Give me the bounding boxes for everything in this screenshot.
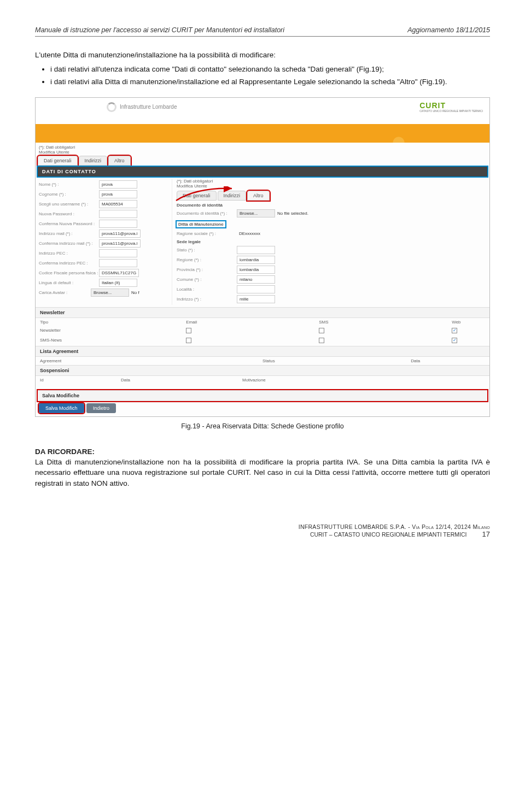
inner-tab-indirizzi[interactable]: Indirizzi <box>218 191 247 201</box>
input-localita[interactable] <box>237 285 275 293</box>
newsletter-row-1: Newsletter ✓ <box>36 326 489 336</box>
label-cognome: Cognome (*) : <box>39 192 99 197</box>
label-new-password: Nuova Password : <box>39 211 99 216</box>
banner-skyline <box>36 127 489 143</box>
save-button[interactable]: Salva Modifich <box>39 403 84 413</box>
checkbox-news-web[interactable]: ✓ <box>452 328 457 333</box>
avatar-file-text: No f <box>129 289 167 296</box>
label-regione: Regione (*) : <box>177 257 237 262</box>
outer-tabs: Dati generali Indirizzi Altro <box>36 155 489 167</box>
label-nome: Nome (*) : <box>39 182 99 187</box>
bullet-list: i dati relativi all'utenza indicata come… <box>50 64 490 87</box>
logo-right-sub: CATASTO UNICO REGIONALE IMPIANTI TERMICI <box>419 110 483 113</box>
right-column: (*): Dati obbligatori Modifica Utente Da… <box>172 179 486 305</box>
section-sospensioni: Sospensioni <box>36 365 489 376</box>
checkbox-smsnews-email[interactable] <box>186 338 191 343</box>
label-ragione-sociale: Ragione sociale (*) : <box>177 231 237 236</box>
tab-altro[interactable]: Altro <box>108 156 131 166</box>
section-salva-modifiche: Salva Modifiche <box>38 390 487 401</box>
input-pec[interactable] <box>99 249 137 257</box>
agreement-header: Agreement Status Data <box>36 357 489 365</box>
col-id: Id <box>40 378 121 383</box>
back-button[interactable]: Indietro <box>86 403 116 413</box>
panel-title-dati-contatto: DATI DI CONTATTO <box>38 167 487 176</box>
input-indirizzo[interactable]: mille <box>237 295 275 303</box>
tab-indirizzi[interactable]: Indirizzi <box>79 156 108 166</box>
inner-tabs: Dati generali Indirizzi Altro <box>177 191 486 201</box>
input-confirm-pec[interactable] <box>99 259 137 267</box>
checkbox-smsnews-sms[interactable] <box>319 338 324 343</box>
page-header: Manuale di istruzione per l'accesso ai s… <box>35 26 490 37</box>
input-mail[interactable]: prova111@prova.i <box>99 230 141 238</box>
row2-tipo: SMS-News <box>40 338 186 344</box>
label-cf: Codice Fiscale persona fisica : <box>39 270 99 275</box>
col-email: Email <box>186 320 319 325</box>
logo-left-text: Infrastrutture Lombarde <box>120 104 177 110</box>
input-new-password[interactable] <box>99 210 137 218</box>
header-left: Manuale di istruzione per l'accesso ai s… <box>35 26 284 34</box>
bullet-item: i dati relativi all'utenza indicata come… <box>50 64 490 75</box>
input-username[interactable]: MA005534 <box>99 200 137 208</box>
logo-infrastrutture: Infrastrutture Lombarde <box>107 102 177 112</box>
input-confirm-mail[interactable]: prova111@prova.i <box>99 239 141 248</box>
col-motivazione: Motivazione <box>242 378 485 383</box>
col-status: Status <box>262 358 411 363</box>
inner-tab-altro[interactable]: Altro <box>247 191 270 201</box>
da-ricordare-title: DA RICORDARE: <box>35 448 490 456</box>
label-lang: Lingua di default : <box>39 280 99 285</box>
section-newsletter: Newsletter <box>36 307 489 318</box>
input-cognome[interactable]: prova <box>99 190 137 198</box>
da-ricordare-body: La Ditta di manutenzione/installazione n… <box>35 457 490 489</box>
section-agreement: Lista Agreement <box>36 346 489 357</box>
mandatory-note: (*): Dati obbligatori Modifica Utente <box>36 143 489 155</box>
ditta-section-title: Ditta di Manutenzione <box>177 221 225 227</box>
inner-tab-dati-generali[interactable]: Dati generali <box>177 191 217 201</box>
figure-caption: Fig.19 - Area Riservata Ditta: Schede Ge… <box>35 422 490 430</box>
page-footer: INFRASTRUTTURE LOMBARDE S.P.A. - Via Pol… <box>35 523 490 538</box>
spinner-icon <box>107 102 116 112</box>
logo-curit: CURIT CATASTO UNICO REGIONALE IMPIANTI T… <box>419 101 483 113</box>
page-number: 17 <box>482 530 490 538</box>
label-indirizzo: Indirizzo (*) : <box>177 297 237 302</box>
inner-note: (*): Dati obbligatori Modifica Utente <box>177 179 486 189</box>
doc-file-text: No file selected. <box>275 210 313 217</box>
form-area: Nome (*) :prova Cognome (*) :prova Scegl… <box>36 176 489 307</box>
checkbox-news-sms[interactable] <box>319 328 324 333</box>
select-lang[interactable]: Italian (It) <box>99 279 137 287</box>
label-username: Scegli uno username (*) : <box>39 202 99 207</box>
label-comune: Comune (*) : <box>177 277 237 282</box>
label-mail: Indirizzo mail (*) : <box>39 231 99 236</box>
doc-browse-button[interactable]: Browse... <box>237 209 275 217</box>
col-agreement: Agreement <box>40 358 262 363</box>
sede-section-title: Sede legale <box>177 239 486 244</box>
label-confirm-mail: Conferma indirizzo mail (*) : <box>39 241 99 246</box>
label-stato: Stato (*) : <box>177 248 237 252</box>
intro-text: L'utente Ditta di manutenzione/installaz… <box>35 50 490 61</box>
checkbox-smsnews-web[interactable]: ✓ <box>452 338 457 343</box>
header-right: Aggiornamento 18/11/2015 <box>407 26 490 34</box>
value-ragione-sociale: DExxxxxxx <box>237 230 275 237</box>
doc-section-title: Documento di identità <box>177 203 486 208</box>
input-provincia[interactable]: lombardia <box>237 266 275 274</box>
label-confirm-password: Conferma Nuova Password : <box>39 221 99 226</box>
sospensioni-header: Id Data Motivazione <box>36 376 489 390</box>
input-regione[interactable]: lombardia <box>237 256 275 264</box>
input-comune[interactable]: milano <box>237 275 275 284</box>
logo-right-text: CURIT <box>419 101 446 110</box>
col-web: Web <box>452 320 485 325</box>
save-buttons-area: Salva Modifich Indietro <box>36 401 489 416</box>
tab-dati-generali[interactable]: Dati generali <box>38 156 78 166</box>
input-nome[interactable]: prova <box>99 180 137 189</box>
figure-screenshot: Infrastrutture Lombarde CURIT CATASTO UN… <box>35 97 490 417</box>
banner: Infrastrutture Lombarde CURIT CATASTO UN… <box>36 98 489 143</box>
input-confirm-password[interactable] <box>99 220 137 228</box>
input-cf[interactable]: DSSMNL71C27G <box>99 269 139 277</box>
checkbox-news-email[interactable] <box>186 328 191 333</box>
avatar-browse-button[interactable]: Browse... <box>91 289 129 297</box>
label-avatar: Carica Avatar : <box>39 290 91 295</box>
input-stato[interactable] <box>237 246 275 254</box>
newsletter-header: Tipo Email SMS Web <box>36 318 489 326</box>
label-provincia: Provincia (*) : <box>177 267 237 272</box>
bullet-item: i dati relativi alla Ditta di manutenzio… <box>50 77 490 87</box>
col-sms: SMS <box>319 320 452 325</box>
